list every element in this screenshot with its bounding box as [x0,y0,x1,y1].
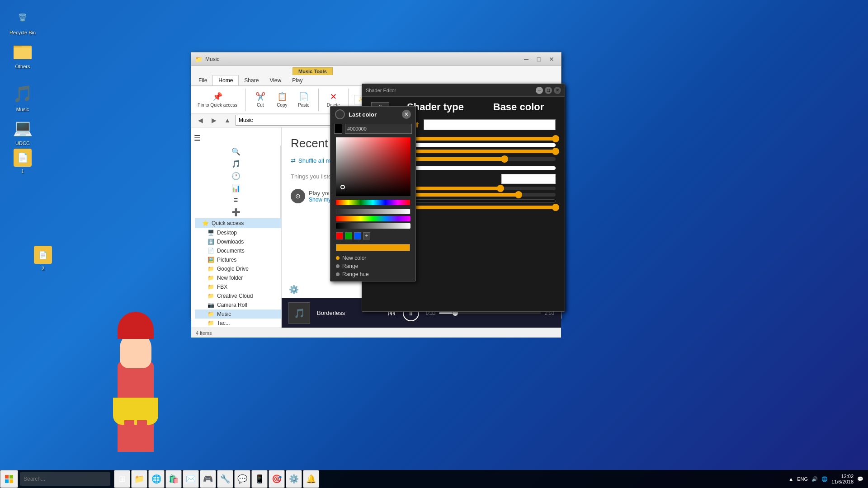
network-icon[interactable]: 🌐 [821,476,828,482]
recycle-bin-icon: 🗑️ [12,6,33,28]
color-picker-close-button[interactable]: ✕ [402,110,411,119]
cut-button[interactable]: ✂️ Cut [251,90,269,109]
expand-icon: ☰ [194,134,200,142]
tab-share[interactable]: Share [239,75,264,85]
app10-button[interactable]: ⚙️ [286,470,302,488]
back-button[interactable]: ◀ [195,115,206,126]
slider-hue-white[interactable] [410,166,556,170]
tab-home[interactable]: Home [212,75,239,85]
tab-view[interactable]: View [264,75,287,85]
slider-thumb-6 [552,204,559,211]
base-color-title: Base color [481,101,556,113]
opacity-bar[interactable] [336,209,410,214]
range-hue-row[interactable]: Range hue [336,270,410,278]
spectrum-bar[interactable] [336,216,410,221]
taskbar-search-input[interactable] [20,472,110,486]
settings-icon[interactable]: ⚙️ [289,285,299,294]
app5-button[interactable]: 🎮 [200,470,216,488]
forward-button[interactable]: ▶ [208,115,219,126]
chart-sidebar-icon[interactable]: 📊 [231,184,241,192]
sidebar-item-fbx[interactable]: 📁 FBX [195,282,281,291]
hex-input[interactable] [345,124,412,134]
app8-button[interactable]: 📱 [251,470,268,488]
desktop-sidebar-icon: 🖥️ [208,230,214,236]
sidebar-item-creative-cloud[interactable]: 📁 Creative Cloud [195,291,281,300]
app6-button[interactable]: 🔧 [217,470,233,488]
sidebar-item-desktop[interactable]: 🖥️ Desktop [195,228,281,237]
color-gradient-box[interactable] [336,137,410,196]
new-color-row[interactable]: New color [336,254,410,262]
sidebar-item-music[interactable]: 📁 Music [195,310,281,319]
desktop-icon-udcc[interactable]: 💻 UDCC [5,115,41,148]
file-explorer-taskbar-button[interactable]: 📁 [131,470,147,488]
app11-button[interactable]: 🔔 [303,470,319,488]
sidebar-item-camera-roll[interactable]: 📷 Camera Roll [195,300,281,310]
shader-close-button[interactable]: ✕ [554,87,561,94]
sidebar-item-downloads[interactable]: ⬇️ Downloads [195,237,281,246]
swatch-green[interactable] [345,232,352,239]
app9-button[interactable]: 🎯 [269,470,285,488]
desktop-icon-1[interactable]: 📄 1 [5,147,41,176]
tac-sidebar-icon: 📁 [208,320,214,326]
volume-icon[interactable]: 🔊 [811,476,818,482]
swatch-blue[interactable] [354,232,361,239]
shader-minimize-button[interactable]: ─ [536,87,543,94]
hue-bar[interactable] [336,200,410,205]
white-input[interactable] [501,174,556,184]
language-indicator: ENG [797,476,808,482]
app7-button[interactable]: 💬 [234,470,250,488]
recent-sidebar-icon[interactable]: 🕐 [231,172,241,180]
sidebar-item-pictures[interactable]: 🖼️ Pictures [195,255,281,264]
play-own-icon: ⊙ [291,189,305,203]
up-button[interactable]: ▲ [222,115,233,126]
pin-quick-access-button[interactable]: 📌 Pin to Quick access [195,90,240,109]
progress-bar[interactable] [439,312,541,314]
gradient-cursor [340,185,345,189]
items-count: 4 items [196,330,212,336]
shader-titlebar: Shader Editor ─ □ ✕ [362,84,565,97]
copy-button[interactable]: 📋 Copy [273,90,291,109]
desktop-icon-others[interactable]: Others [5,38,41,71]
svg-rect-2 [14,47,32,59]
sidebar-item-documents[interactable]: 📄 Documents [195,246,281,255]
search-sidebar-icon[interactable]: 🔍 [231,147,241,156]
new-color-swatch [336,244,410,251]
minimize-button[interactable]: ─ [520,54,532,64]
add-swatch-button[interactable]: + [363,232,370,239]
desktop-icon-recycle-bin[interactable]: 🗑️ Recycle Bin [5,5,41,37]
gray-bar[interactable] [336,223,410,229]
notifications-icon[interactable]: 💬 [857,476,863,482]
desktop: 🗑️ Recycle Bin Others 🎵 Music 💻 UDCC 📄 1… [0,0,868,488]
desktop-icon-2[interactable]: 📄 2 [25,244,61,273]
slider-thumb-5 [515,191,522,198]
paste-button[interactable]: 📄 Paste [295,90,313,109]
tab-file[interactable]: File [193,75,212,85]
recycle-bin-label: Recycle Bin [9,30,36,35]
sidebar-item-google-drive[interactable]: 📁 Google Drive [195,264,281,273]
delete-icon: ✕ [330,92,337,102]
tab-play[interactable]: Play [287,75,308,85]
color-picker-title: Last color [349,111,398,118]
music-sidebar-icon[interactable]: 🎵 [231,160,241,168]
slider-less[interactable] [410,157,556,161]
desktop-icon-music[interactable]: 🎵 Music [5,81,41,114]
list-sidebar-icon[interactable]: ≡ [234,196,238,204]
range-row[interactable]: Range [336,262,410,270]
maximize-button[interactable]: □ [533,54,545,64]
store-button[interactable]: 🛍️ [165,470,182,488]
music-folder-sidebar-icon: 📁 [208,311,214,317]
sidebar-item-tac[interactable]: 📁 Tac... [195,319,281,328]
taskbar-arrow-icon[interactable]: ▲ [788,476,793,482]
task-view-button[interactable]: ⊞ [114,470,130,488]
range-dot [336,264,340,268]
close-button[interactable]: ✕ [546,54,557,64]
shader-maximize-button[interactable]: □ [545,87,552,94]
ribbon-tab-row-top: Music Tools [191,66,561,75]
start-button[interactable] [0,470,18,488]
sidebar-quick-access[interactable]: ⭐ Quick access [195,218,281,228]
mail-button[interactable]: ✉️ [183,470,199,488]
swatch-red[interactable] [336,232,343,239]
edge-button[interactable]: 🌐 [148,470,165,488]
add-sidebar-btn[interactable]: ➕ [231,208,241,216]
sidebar-item-new-folder[interactable]: 📁 New folder [195,273,281,282]
